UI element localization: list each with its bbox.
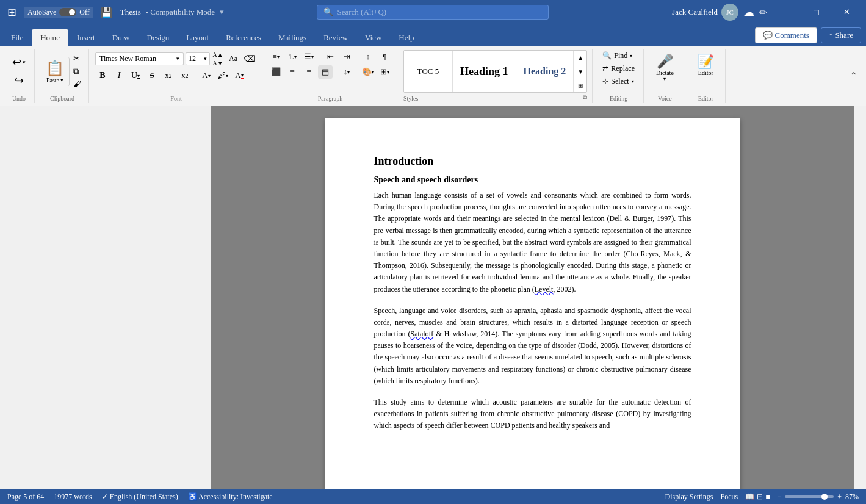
undo-dropdown[interactable]: ▾ [23, 59, 26, 65]
autosave-state: Off [79, 8, 89, 17]
document-page: Introduction Speech and speech disorders… [325, 118, 740, 489]
tab-draw[interactable]: Draw [104, 29, 139, 46]
styles-expand[interactable]: ⊞ [574, 79, 586, 93]
align-right-button[interactable]: ≡ [301, 65, 316, 79]
find-button[interactable]: 🔍 Find ▾ [599, 50, 638, 62]
underline-dropdown[interactable]: ▾ [137, 73, 140, 79]
close-button[interactable]: ✕ [833, 2, 861, 22]
editor-button[interactable]: 📝 Editor [691, 50, 720, 80]
superscript-button[interactable]: x2 [178, 69, 192, 82]
zoom-out-button[interactable]: − [777, 492, 781, 502]
tab-insert[interactable]: Insert [68, 29, 104, 46]
compatibility-dropdown[interactable]: ▾ [220, 7, 224, 17]
cut-button[interactable]: ✂ [71, 52, 84, 65]
redo-button[interactable]: ↪ [11, 72, 27, 89]
bullets-button[interactable]: ≡▾ [269, 50, 283, 63]
pen-icon[interactable]: ✏ [759, 7, 767, 18]
document-area[interactable]: Introduction Speech and speech disorders… [211, 106, 854, 489]
decrease-indent-button[interactable]: ⇤ [323, 50, 337, 63]
search-box[interactable]: 🔍 Search (Alt+Q) [317, 5, 549, 20]
style-toc5[interactable]: TOC 5 [404, 50, 453, 93]
tab-mailings[interactable]: Mailings [270, 29, 315, 46]
font-color-button[interactable]: A▾ [199, 69, 214, 82]
save-icon[interactable]: 💾 [98, 4, 115, 21]
paste-dropdown[interactable]: ▾ [60, 77, 63, 83]
styles-scroll-up[interactable]: ▲ [574, 51, 586, 65]
language-indicator[interactable]: ✓ English (United States) [102, 492, 178, 502]
zoom-in-button[interactable]: + [837, 492, 842, 502]
styles-scroll-down[interactable]: ▼ [574, 65, 586, 79]
align-center-button[interactable]: ≡ [285, 65, 300, 79]
focus-button[interactable]: Focus [721, 492, 738, 502]
format-painter-button[interactable]: 🖌 [71, 78, 84, 90]
font-size-increase[interactable]: A▲ [212, 50, 224, 59]
subscript-button[interactable]: x2 [161, 69, 176, 82]
user-info[interactable]: Jack Caulfield JC [672, 4, 738, 21]
tab-help[interactable]: Help [390, 29, 422, 46]
bold-button[interactable]: B [95, 69, 110, 82]
sort-button[interactable]: ↕ [361, 50, 375, 63]
autosave-pill[interactable] [59, 8, 76, 16]
shading-button[interactable]: 🎨▾ [361, 65, 375, 79]
text-shading-button[interactable]: A▾ [232, 69, 247, 82]
undo-button[interactable]: ↩ ▾ [9, 54, 29, 71]
share-button[interactable]: ↑ Share [821, 27, 861, 43]
find-dropdown[interactable]: ▾ [630, 53, 632, 59]
underline-button[interactable]: U ▾ [128, 69, 143, 82]
cloud-icon[interactable]: ☁ [743, 5, 754, 19]
paste-button[interactable]: 📋 Paste ▾ [41, 57, 70, 86]
style-heading1[interactable]: Heading 1 [453, 50, 516, 93]
paragraph-row2: ⬛ ≡ ≡ ▤ ↕▾ 🎨▾ ⊞▾ [269, 65, 392, 79]
dictate-dropdown[interactable]: ▾ [663, 76, 666, 82]
highlight-button[interactable]: 🖊▾ [215, 69, 230, 82]
print-view-button[interactable]: ⊟ [757, 492, 763, 502]
align-left-button[interactable]: ⬛ [269, 65, 283, 79]
font-size-decrease[interactable]: A▼ [212, 59, 224, 67]
minimize-button[interactable]: — [772, 2, 800, 22]
styles-expand-icon[interactable]: ⧉ [583, 94, 587, 101]
increase-indent-button[interactable]: ⇥ [339, 50, 354, 63]
display-settings-button[interactable]: Display Settings [665, 492, 713, 502]
zoom-control[interactable]: − + 87% [777, 492, 859, 502]
numbering-button[interactable]: 1.▾ [285, 50, 300, 63]
italic-button[interactable]: I [112, 69, 126, 82]
strikethrough-button[interactable]: S [145, 69, 159, 82]
web-view-button[interactable]: ■ [765, 492, 770, 502]
font-name-selector[interactable]: Times New Roman ▾ [95, 52, 184, 65]
page-info: Page 5 of 64 [7, 492, 44, 502]
ribbon-collapse-button[interactable]: ⌃ [845, 49, 862, 103]
show-formatting-button[interactable]: ¶ [377, 50, 392, 63]
font-size-steppers: A▲ A▼ [212, 50, 224, 67]
tab-references[interactable]: References [217, 29, 270, 46]
tab-design[interactable]: Design [139, 29, 178, 46]
ribbon: File Home Insert Draw Design Layout Refe… [0, 24, 866, 106]
autosave-toggle[interactable]: AutoSave Off [24, 7, 93, 18]
font-size-dropdown[interactable]: ▾ [204, 56, 207, 62]
line-spacing-button[interactable]: ↕▾ [339, 65, 354, 79]
app-grid-icon[interactable]: ⊞ [5, 3, 19, 21]
style-heading2[interactable]: Heading 2 [516, 50, 574, 93]
font-name-value: Times New Roman [99, 54, 156, 63]
accessibility-status[interactable]: ♿ Accessibility: Investigate [188, 492, 273, 502]
tab-home[interactable]: Home [32, 29, 68, 46]
font-name-dropdown[interactable]: ▾ [176, 56, 179, 62]
tab-file[interactable]: File [2, 29, 32, 46]
clear-format-button[interactable]: ⌫ [242, 52, 257, 65]
comments-button[interactable]: 💬 Comments [755, 27, 817, 43]
borders-button[interactable]: ⊞▾ [377, 65, 392, 79]
select-dropdown[interactable]: ▾ [632, 79, 634, 84]
tab-layout[interactable]: Layout [178, 29, 217, 46]
restore-button[interactable]: ◻ [803, 2, 831, 22]
tab-review[interactable]: Review [315, 29, 356, 46]
font-size-selector[interactable]: 12 ▾ [186, 52, 210, 65]
copy-button[interactable]: ⧉ [71, 65, 84, 77]
change-case-button[interactable]: Aa [226, 52, 240, 65]
multilevel-button[interactable]: ☰▾ [301, 50, 316, 63]
align-justify-button[interactable]: ▤ [318, 65, 333, 79]
select-button[interactable]: ⊹ Select ▾ [599, 76, 638, 87]
tab-view[interactable]: View [356, 29, 390, 46]
zoom-slider[interactable] [785, 495, 834, 498]
read-view-button[interactable]: 📖 [745, 492, 754, 502]
replace-button[interactable]: ⇄ Replace [599, 63, 638, 74]
dictate-button[interactable]: 🎤 Dictate ▾ [650, 50, 680, 85]
